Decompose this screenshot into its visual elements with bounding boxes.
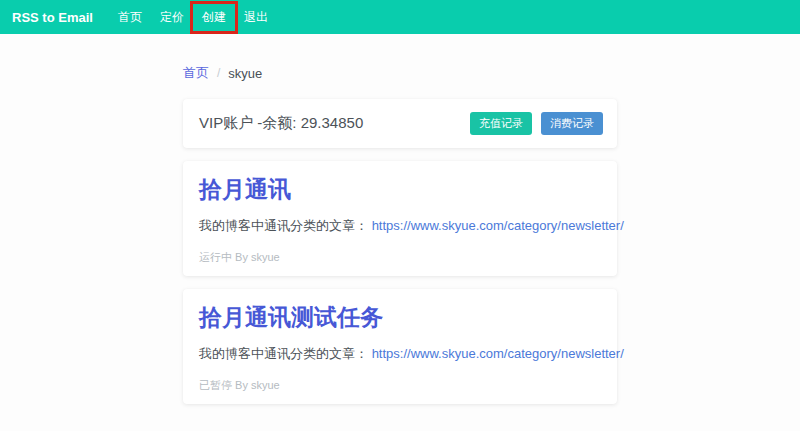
account-balance-text: VIP账户 -余额: 29.34850 [199, 114, 363, 133]
navbar: RSS to Email 首页 定价 创建 退出 [0, 0, 800, 34]
account-buttons: 充值记录 消费记录 [470, 112, 603, 134]
recharge-records-button[interactable]: 充值记录 [470, 112, 532, 134]
task-description-text: 我的博客中通讯分类的文章： [199, 218, 368, 233]
nav-item-create[interactable]: 创建 [193, 4, 235, 31]
task-title-link[interactable]: 拾月通讯测试任务 [199, 302, 601, 333]
breadcrumb-current: skyue [228, 66, 262, 81]
expense-records-button[interactable]: 消费记录 [541, 112, 603, 134]
brand-logo[interactable]: RSS to Email [12, 10, 93, 25]
breadcrumb: 首页 / skyue [183, 64, 617, 82]
breadcrumb-home-link[interactable]: 首页 [183, 64, 209, 82]
task-feed-link[interactable]: https://www.skyue.com/category/newslette… [372, 218, 624, 233]
task-feed-link[interactable]: https://www.skyue.com/category/newslette… [372, 346, 624, 361]
task-card: 拾月通讯 我的博客中通讯分类的文章： https://www.skyue.com… [183, 161, 617, 276]
task-card: 拾月通讯测试任务 我的博客中通讯分类的文章： https://www.skyue… [183, 289, 617, 404]
task-status-text: 已暂停 By skyue [199, 378, 601, 393]
task-title-link[interactable]: 拾月通讯 [199, 174, 601, 205]
task-description: 我的博客中通讯分类的文章： https://www.skyue.com/cate… [199, 217, 601, 235]
breadcrumb-separator: / [217, 66, 220, 80]
nav-item-logout[interactable]: 退出 [235, 4, 277, 31]
task-description-text: 我的博客中通讯分类的文章： [199, 346, 368, 361]
task-description: 我的博客中通讯分类的文章： https://www.skyue.com/cate… [199, 345, 601, 363]
nav-item-home[interactable]: 首页 [109, 4, 151, 31]
main-content: 首页 / skyue VIP账户 -余额: 29.34850 充值记录 消费记录… [183, 64, 617, 404]
account-card: VIP账户 -余额: 29.34850 充值记录 消费记录 [183, 99, 617, 148]
nav-item-pricing[interactable]: 定价 [151, 4, 193, 31]
task-status-text: 运行中 By skyue [199, 250, 601, 265]
